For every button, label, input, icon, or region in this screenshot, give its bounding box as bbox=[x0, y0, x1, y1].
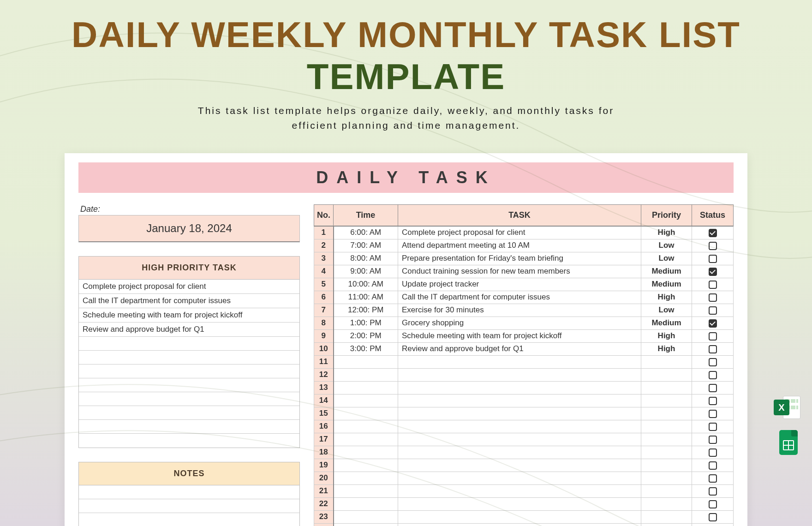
checkbox-icon[interactable] bbox=[709, 229, 717, 237]
row-task[interactable] bbox=[398, 381, 641, 394]
row-status[interactable] bbox=[692, 317, 734, 329]
row-time[interactable] bbox=[334, 407, 398, 420]
row-task[interactable] bbox=[398, 394, 641, 407]
row-task[interactable] bbox=[398, 472, 641, 484]
row-status[interactable] bbox=[692, 420, 734, 433]
checkbox-icon[interactable] bbox=[709, 384, 717, 392]
row-task[interactable] bbox=[398, 420, 641, 433]
row-status[interactable] bbox=[692, 523, 734, 526]
row-priority[interactable] bbox=[641, 433, 692, 446]
row-status[interactable] bbox=[692, 291, 734, 304]
row-task[interactable] bbox=[398, 459, 641, 472]
row-priority[interactable]: Medium bbox=[641, 317, 692, 329]
checkbox-icon[interactable] bbox=[709, 436, 717, 444]
row-priority[interactable] bbox=[641, 484, 692, 497]
row-task[interactable] bbox=[398, 355, 641, 368]
row-time[interactable] bbox=[334, 368, 398, 381]
row-priority[interactable]: High bbox=[641, 226, 692, 239]
row-priority[interactable]: Medium bbox=[641, 265, 692, 278]
checkbox-icon[interactable] bbox=[709, 487, 717, 496]
checkbox-icon[interactable] bbox=[709, 293, 717, 302]
row-priority[interactable] bbox=[641, 420, 692, 433]
row-task[interactable] bbox=[398, 510, 641, 523]
row-priority[interactable] bbox=[641, 368, 692, 381]
row-priority[interactable]: Low bbox=[641, 239, 692, 252]
checkbox-icon[interactable] bbox=[709, 255, 717, 263]
row-time[interactable] bbox=[334, 497, 398, 510]
row-priority[interactable]: High bbox=[641, 329, 692, 342]
row-task[interactable]: Grocery shopping bbox=[398, 317, 641, 329]
checkbox-icon[interactable] bbox=[709, 281, 717, 289]
row-task[interactable]: Call the IT department for computer issu… bbox=[398, 291, 641, 304]
row-task[interactable] bbox=[398, 523, 641, 526]
list-item[interactable] bbox=[79, 499, 299, 513]
row-task[interactable] bbox=[398, 484, 641, 497]
row-time[interactable]: 12:00: PM bbox=[334, 304, 398, 317]
row-task[interactable] bbox=[398, 446, 641, 459]
row-status[interactable] bbox=[692, 472, 734, 484]
row-status[interactable] bbox=[692, 381, 734, 394]
row-task[interactable]: Prepare presentation for Friday's team b… bbox=[398, 252, 641, 265]
row-priority[interactable] bbox=[641, 355, 692, 368]
row-task[interactable] bbox=[398, 433, 641, 446]
row-priority[interactable] bbox=[641, 394, 692, 407]
row-time[interactable]: 1:00: PM bbox=[334, 317, 398, 329]
row-status[interactable] bbox=[692, 278, 734, 291]
row-status[interactable] bbox=[692, 304, 734, 317]
row-time[interactable] bbox=[334, 523, 398, 526]
row-time[interactable] bbox=[334, 484, 398, 497]
row-priority[interactable] bbox=[641, 510, 692, 523]
list-item[interactable] bbox=[79, 485, 299, 499]
list-item[interactable] bbox=[79, 392, 299, 406]
row-time[interactable]: 11:00: AM bbox=[334, 291, 398, 304]
row-status[interactable] bbox=[692, 394, 734, 407]
list-item[interactable]: Complete project proposal for client bbox=[79, 280, 299, 294]
row-time[interactable]: 6:00: AM bbox=[334, 226, 398, 239]
row-time[interactable] bbox=[334, 433, 398, 446]
list-item[interactable] bbox=[79, 434, 299, 448]
excel-icon[interactable]: X bbox=[774, 394, 800, 421]
row-time[interactable] bbox=[334, 381, 398, 394]
row-priority[interactable]: High bbox=[641, 342, 692, 355]
row-time[interactable]: 2:00: PM bbox=[334, 329, 398, 342]
checkbox-icon[interactable] bbox=[709, 448, 717, 457]
google-sheets-icon[interactable] bbox=[774, 430, 800, 457]
row-time[interactable] bbox=[334, 420, 398, 433]
row-priority[interactable] bbox=[641, 381, 692, 394]
row-status[interactable] bbox=[692, 226, 734, 239]
row-time[interactable] bbox=[334, 472, 398, 484]
row-task[interactable] bbox=[398, 407, 641, 420]
row-time[interactable]: 8:00: AM bbox=[334, 252, 398, 265]
checkbox-icon[interactable] bbox=[709, 461, 717, 470]
checkbox-icon[interactable] bbox=[709, 345, 717, 353]
checkbox-icon[interactable] bbox=[709, 319, 717, 328]
list-item[interactable]: Call the IT department for computer issu… bbox=[79, 294, 299, 308]
row-status[interactable] bbox=[692, 368, 734, 381]
row-status[interactable] bbox=[692, 239, 734, 252]
row-status[interactable] bbox=[692, 484, 734, 497]
row-status[interactable] bbox=[692, 510, 734, 523]
checkbox-icon[interactable] bbox=[709, 358, 717, 366]
checkbox-icon[interactable] bbox=[709, 500, 717, 508]
list-item[interactable] bbox=[79, 365, 299, 378]
checkbox-icon[interactable] bbox=[709, 371, 717, 379]
row-task[interactable] bbox=[398, 497, 641, 510]
row-priority[interactable] bbox=[641, 446, 692, 459]
row-status[interactable] bbox=[692, 355, 734, 368]
checkbox-icon[interactable] bbox=[709, 242, 717, 250]
row-time[interactable] bbox=[334, 394, 398, 407]
list-item[interactable]: Review and approve budget for Q1 bbox=[79, 323, 299, 337]
row-priority[interactable] bbox=[641, 472, 692, 484]
checkbox-icon[interactable] bbox=[709, 332, 717, 341]
row-status[interactable] bbox=[692, 252, 734, 265]
row-time[interactable]: 7:00: AM bbox=[334, 239, 398, 252]
row-task[interactable]: Exercise for 30 minutes bbox=[398, 304, 641, 317]
checkbox-icon[interactable] bbox=[709, 513, 717, 521]
row-task[interactable]: Complete project proposal for client bbox=[398, 226, 641, 239]
row-status[interactable] bbox=[692, 497, 734, 510]
checkbox-icon[interactable] bbox=[709, 306, 717, 315]
list-item[interactable] bbox=[79, 337, 299, 351]
row-status[interactable] bbox=[692, 459, 734, 472]
row-task[interactable]: Schedule meeting with team for project k… bbox=[398, 329, 641, 342]
row-priority[interactable]: Low bbox=[641, 304, 692, 317]
